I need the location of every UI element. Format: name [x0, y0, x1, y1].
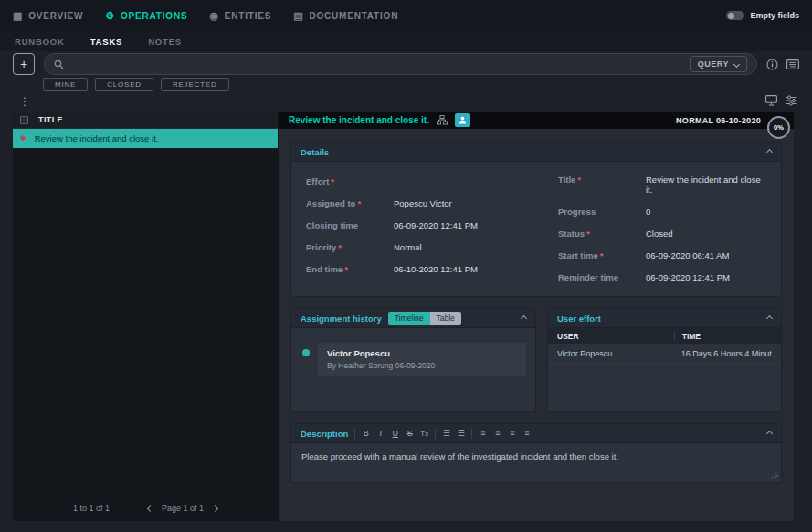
description-header: Description B I U S Tx ☰ ☰ ≡ ≡ ≡ ≡ — [291, 424, 781, 443]
title-column-header: TITLE — [38, 115, 63, 124]
detail-body: Details Effort* Assigned to* Popescu Vic… — [279, 129, 794, 521]
search-icon — [54, 59, 64, 69]
effort-table-header: USER TIME — [548, 328, 781, 344]
filter-chip-rejected[interactable]: REJECTED — [161, 78, 229, 91]
nav-operations-label: OPERATIONS — [121, 11, 187, 21]
field-effort: Effort* — [306, 175, 514, 186]
query-label: QUERY — [698, 59, 729, 69]
select-all-checkbox[interactable] — [20, 116, 28, 124]
required-asterisk: * — [331, 176, 334, 186]
underline-button[interactable]: U — [391, 429, 399, 438]
field-start-time-value[interactable]: 06-09-2020 06:41 AM — [646, 250, 729, 261]
assignee-name: Victor Popescu — [327, 348, 517, 358]
info-icon[interactable] — [766, 59, 778, 70]
next-page-icon[interactable] — [212, 505, 218, 511]
collapse-icon[interactable] — [521, 314, 527, 321]
empty-fields-control: Empty fields — [726, 11, 799, 20]
field-closing-time-value[interactable]: 06-09-2020 12:41 PM — [394, 220, 478, 230]
task-list-panel: TITLE ✱ Review the incident and close it… — [13, 112, 278, 521]
nav-item-entities[interactable]: ◉ ENTITIES — [209, 10, 271, 22]
field-assigned-to-value[interactable]: Popescu Victor — [394, 198, 452, 208]
field-priority-value[interactable]: Normal — [394, 242, 422, 252]
nav-item-overview[interactable]: ▦ OVERVIEW — [13, 10, 83, 22]
task-row[interactable]: ✱ Review the incident and close it. — [13, 129, 278, 148]
align-justify-button[interactable]: ≡ — [522, 429, 531, 438]
field-progress-value[interactable]: 0 — [646, 207, 650, 217]
field-reminder-time: Reminder time 06-09-2020 12:41 PM — [558, 272, 766, 282]
italic-button[interactable]: I — [376, 429, 385, 438]
playbook-icon[interactable] — [437, 115, 448, 125]
keyboard-icon[interactable] — [786, 59, 799, 69]
nav-item-documentation[interactable]: ▤ DOCUMENTATION — [293, 10, 398, 22]
align-right-button[interactable]: ≡ — [508, 429, 516, 438]
effort-table-row[interactable]: Victor Popescu 16 Days 6 Hours 4 Minutes… — [548, 344, 781, 364]
details-left-column: Effort* Assigned to* Popescu Victor Clos… — [306, 175, 514, 294]
field-title: Title* Review the incident and close it. — [558, 175, 766, 195]
description-title: Description — [301, 429, 348, 439]
details-grid: Effort* Assigned to* Popescu Victor Clos… — [291, 162, 781, 296]
empty-fields-toggle[interactable] — [726, 11, 744, 20]
timeline-toggle-button[interactable]: Timeline — [388, 312, 430, 325]
assignment-history-card: Assignment history Timeline Table Victor… — [290, 308, 536, 412]
tab-tasks[interactable]: TASKS — [90, 37, 123, 47]
assign-user-button[interactable] — [455, 113, 470, 127]
detail-header: Review the incident and close it. NORMAL… — [279, 112, 794, 129]
field-status-value[interactable]: Closed — [646, 229, 673, 239]
field-title-value[interactable]: Review the incident and close it. — [646, 175, 766, 195]
field-end-time-value[interactable]: 06-10-2020 12:41 PM — [394, 264, 478, 274]
filter-chips: MINE CLOSED REJECTED — [43, 78, 229, 91]
clear-formatting-button[interactable]: Tx — [420, 430, 428, 438]
collapse-icon[interactable] — [766, 314, 773, 321]
timeline-entry: Victor Popescu By Heather Sprung 06-09-2… — [318, 343, 526, 376]
timeline-dot-icon — [302, 349, 310, 356]
empty-fields-label: Empty fields — [750, 11, 799, 20]
column-settings-icon[interactable] — [786, 95, 797, 106]
field-closing-time: Closing time 06-09-2020 12:41 PM — [306, 220, 514, 230]
resize-grip-icon[interactable] — [771, 472, 778, 479]
collapse-icon[interactable] — [766, 430, 773, 436]
assignment-meta: By Heather Sprung 06-09-2020 — [327, 361, 517, 370]
user-effort-card: User effort USER TIME Victor Popescu 16 … — [547, 308, 782, 412]
field-reminder-time-value[interactable]: 06-09-2020 12:41 PM — [646, 272, 730, 282]
add-task-button[interactable]: + — [13, 53, 35, 75]
filter-chip-closed[interactable]: CLOSED — [95, 78, 153, 91]
align-left-button[interactable]: ≡ — [479, 429, 487, 438]
effort-col-user: USER — [548, 332, 674, 341]
align-center-button[interactable]: ≡ — [493, 429, 501, 438]
bold-button[interactable]: B — [362, 429, 370, 438]
field-end-time: End time* 06-10-2020 12:41 PM — [306, 264, 514, 274]
task-row-title: Review the incident and close it. — [35, 133, 159, 144]
field-assigned-to: Assigned to* Popescu Victor — [306, 198, 514, 208]
top-nav: ▦ OVERVIEW ⚙ OPERATIONS ◉ ENTITIES ▤ DOC… — [0, 0, 812, 31]
tab-notes[interactable]: NOTES — [148, 37, 182, 47]
required-asterisk: * — [357, 198, 361, 208]
strikethrough-button[interactable]: S — [406, 429, 414, 438]
filter-chip-mine[interactable]: MINE — [43, 78, 88, 91]
toolbar: + QUERY — [13, 53, 799, 75]
task-title: Review the incident and close it. — [289, 115, 429, 125]
effort-col-time: TIME — [674, 332, 781, 341]
list-tools-row: ⋮ — [13, 94, 797, 110]
required-asterisk: * — [600, 250, 604, 261]
search-input[interactable] — [71, 59, 682, 69]
ordered-list-button[interactable]: ☰ — [442, 429, 450, 438]
query-dropdown[interactable]: QUERY — [690, 56, 747, 72]
divider — [354, 429, 355, 439]
details-card-title: Details — [301, 147, 329, 157]
prev-page-icon[interactable] — [147, 505, 153, 511]
tab-runbook[interactable]: RUNBOOK — [15, 37, 65, 47]
documentation-icon: ▤ — [293, 10, 303, 22]
description-editor[interactable]: Please proceed with a manual review of t… — [291, 443, 781, 482]
required-asterisk: * — [344, 264, 348, 274]
required-asterisk: * — [338, 242, 342, 252]
priority-and-due-date: NORMAL 06-10-2020 — [676, 116, 761, 125]
collapse-icon[interactable] — [766, 148, 773, 154]
display-icon[interactable] — [765, 95, 777, 106]
unordered-list-button[interactable]: ☰ — [457, 429, 465, 438]
nav-item-operations[interactable]: ⚙ OPERATIONS — [105, 10, 187, 22]
details-card-header[interactable]: Details — [291, 143, 781, 162]
kebab-menu-icon[interactable]: ⋮ — [19, 94, 30, 110]
page-indicator: Page 1 of 1 — [162, 504, 204, 513]
list-footer: 1 to 1 of 1 Page 1 of 1 — [13, 495, 278, 521]
table-toggle-button[interactable]: Table — [430, 312, 461, 325]
